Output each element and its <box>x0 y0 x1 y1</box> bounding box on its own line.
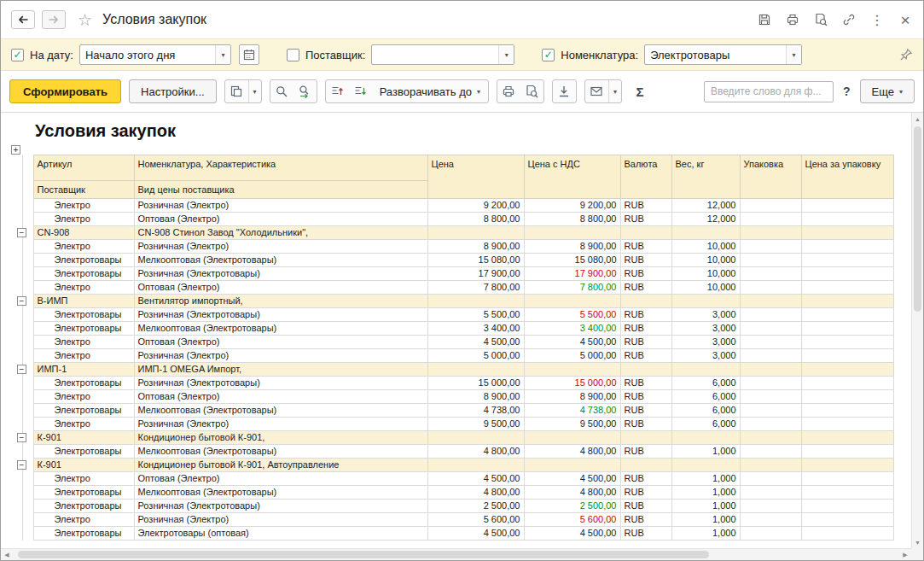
supplier-cell[interactable]: Электротовары <box>33 404 134 418</box>
price-vat-cell[interactable] <box>524 295 620 308</box>
weight-cell[interactable] <box>671 459 740 472</box>
header-article[interactable]: Артикул <box>33 155 134 181</box>
weight-cell[interactable]: 10,000 <box>671 240 740 254</box>
weight-cell[interactable]: 12,000 <box>671 213 740 226</box>
scroll-up-button[interactable]: ▲ <box>912 113 923 125</box>
currency-cell[interactable]: RUB <box>620 322 671 336</box>
price-vat-cell[interactable]: 8 900,00 <box>524 240 620 254</box>
package-cell[interactable] <box>740 226 801 240</box>
price-cell[interactable]: 5 000,00 <box>427 349 524 363</box>
more-button[interactable]: Еще ▾ <box>860 79 915 103</box>
price-per-package-cell[interactable] <box>801 349 893 363</box>
price-kind-cell[interactable]: Розничная (Электро) <box>134 240 427 254</box>
quick-search-input[interactable] <box>704 81 834 102</box>
sum-button[interactable]: Σ <box>630 80 650 102</box>
header-price-per-package[interactable]: Цена за упаковку <box>801 155 893 199</box>
package-cell[interactable] <box>740 213 801 226</box>
price-vat-cell[interactable]: 15 000,00 <box>524 377 620 390</box>
price-cell[interactable]: 8 900,00 <box>427 240 524 254</box>
price-vat-cell[interactable] <box>524 459 620 472</box>
nomenclature-cell[interactable]: Кондиционер бытовой К-901, Автоуправлени… <box>134 459 427 472</box>
price-kind-cell[interactable]: Розничная (Электро) <box>134 349 427 363</box>
save-to-file-button[interactable] <box>553 80 576 102</box>
package-cell[interactable] <box>740 500 801 513</box>
price-cell[interactable]: 5 600,00 <box>427 513 524 527</box>
collapse-group-button[interactable]: − <box>17 365 26 374</box>
package-cell[interactable] <box>740 459 801 472</box>
price-cell[interactable]: 9 500,00 <box>427 418 524 431</box>
currency-cell[interactable]: RUB <box>620 472 671 486</box>
weight-cell[interactable]: 1,000 <box>671 486 740 500</box>
weight-cell[interactable]: 12,000 <box>671 199 740 213</box>
nomenclature-filter-checkbox[interactable]: ✓ <box>542 49 555 61</box>
weight-cell[interactable] <box>671 295 740 308</box>
price-per-package-cell[interactable] <box>801 486 893 500</box>
copy-report-button[interactable] <box>225 80 248 102</box>
header-weight[interactable]: Вес, кг <box>671 155 740 199</box>
price-vat-cell[interactable]: 9 200,00 <box>524 199 620 213</box>
currency-cell[interactable]: RUB <box>620 199 671 213</box>
nomenclature-dropdown-arrow-icon[interactable]: ▾ <box>786 45 801 64</box>
currency-cell[interactable]: RUB <box>620 254 671 267</box>
package-cell[interactable] <box>740 308 801 322</box>
package-cell[interactable] <box>740 254 801 267</box>
header-currency[interactable]: Валюта <box>620 155 671 199</box>
price-vat-cell[interactable]: 2 500,00 <box>524 500 620 513</box>
save-icon[interactable] <box>757 12 772 27</box>
supplier-cell[interactable]: Электро <box>33 240 134 254</box>
supplier-cell[interactable]: Электро <box>33 513 134 527</box>
supplier-dropdown-arrow-icon[interactable]: ▾ <box>498 45 514 64</box>
supplier-cell[interactable]: Электро <box>33 349 134 363</box>
price-kind-cell[interactable]: Розничная (Электротовары) <box>134 500 427 513</box>
horizontal-scrollbar[interactable]: ◀ ▶ <box>1 548 911 560</box>
price-cell[interactable]: 5 500,00 <box>427 308 524 322</box>
currency-cell[interactable]: RUB <box>620 513 671 527</box>
package-cell[interactable] <box>740 295 801 308</box>
weight-cell[interactable]: 6,000 <box>671 404 740 418</box>
supplier-filter-checkbox[interactable]: ✓ <box>287 49 299 61</box>
collapse-group-button[interactable]: − <box>17 228 26 237</box>
currency-cell[interactable]: RUB <box>620 390 671 404</box>
horizontal-scroll-thumb[interactable] <box>18 551 709 558</box>
price-cell[interactable]: 2 500,00 <box>427 500 524 513</box>
supplier-cell[interactable]: Электротовары <box>33 377 134 390</box>
price-kind-cell[interactable]: Оптовая (Электро) <box>134 281 427 295</box>
nomenclature-filter-combobox[interactable]: Электротовары ▾ <box>644 44 802 65</box>
search-button[interactable] <box>270 80 293 102</box>
price-cell[interactable]: 9 200,00 <box>427 199 524 213</box>
price-per-package-cell[interactable] <box>801 513 893 527</box>
supplier-cell[interactable]: Электро <box>33 472 134 486</box>
email-dropdown-arrow-icon[interactable]: ▾ <box>608 80 621 102</box>
price-per-package-cell[interactable] <box>801 308 893 322</box>
supplier-cell[interactable]: Электро <box>33 418 134 431</box>
price-vat-cell[interactable]: 5 600,00 <box>524 513 620 527</box>
price-per-package-cell[interactable] <box>801 472 893 486</box>
weight-cell[interactable]: 1,000 <box>671 472 740 486</box>
pin-icon[interactable] <box>899 48 913 61</box>
price-vat-cell[interactable]: 5 000,00 <box>524 349 620 363</box>
header-price[interactable]: Цена <box>427 155 524 199</box>
currency-cell[interactable]: RUB <box>620 308 671 322</box>
price-per-package-cell[interactable] <box>801 377 893 390</box>
vertical-scrollbar[interactable]: ▲ ▼ <box>911 113 923 548</box>
currency-cell[interactable]: RUB <box>620 418 671 431</box>
date-filter-combobox[interactable]: Начало этого дня ▾ <box>79 44 231 65</box>
price-vat-cell[interactable]: 15 080,00 <box>524 254 620 267</box>
price-cell[interactable]: 4 500,00 <box>427 472 524 486</box>
scroll-down-button[interactable]: ▼ <box>912 536 923 548</box>
generate-button[interactable]: Сформировать <box>9 79 121 103</box>
price-vat-cell[interactable]: 17 900,00 <box>524 267 620 281</box>
package-cell[interactable] <box>740 377 801 390</box>
weight-cell[interactable]: 10,000 <box>671 267 740 281</box>
price-cell[interactable]: 7 800,00 <box>427 281 524 295</box>
print-report-button[interactable] <box>497 80 520 102</box>
supplier-cell[interactable]: Электро <box>33 390 134 404</box>
favorite-star-icon[interactable]: ☆ <box>78 10 92 30</box>
price-kind-cell[interactable]: Розничная (Электротовары) <box>134 377 427 390</box>
nomenclature-cell[interactable]: CN-908 Стинол Завод "Холодильники", <box>134 226 427 240</box>
price-cell[interactable]: 4 800,00 <box>427 445 524 459</box>
price-per-package-cell[interactable] <box>801 254 893 267</box>
currency-cell[interactable] <box>620 226 671 240</box>
currency-cell[interactable] <box>620 459 671 472</box>
link-icon[interactable] <box>841 12 857 27</box>
